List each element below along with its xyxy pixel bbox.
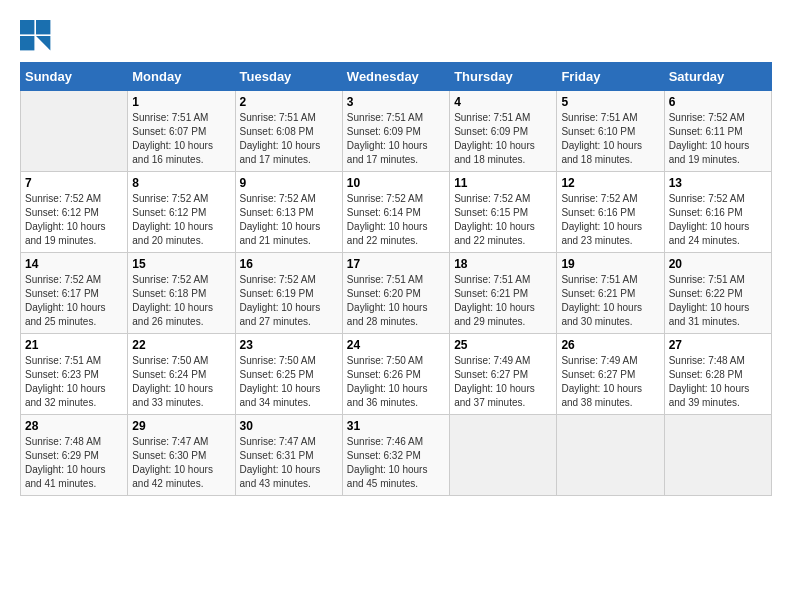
calendar-cell: 30Sunrise: 7:47 AMSunset: 6:31 PMDayligh…: [235, 415, 342, 496]
calendar-cell: 3Sunrise: 7:51 AMSunset: 6:09 PMDaylight…: [342, 91, 449, 172]
weekday-header: Tuesday: [235, 63, 342, 91]
calendar-cell: 7Sunrise: 7:52 AMSunset: 6:12 PMDaylight…: [21, 172, 128, 253]
page-header: [20, 20, 772, 52]
day-number: 3: [347, 95, 445, 109]
day-number: 19: [561, 257, 659, 271]
svg-rect-1: [36, 20, 50, 34]
calendar-cell: 19Sunrise: 7:51 AMSunset: 6:21 PMDayligh…: [557, 253, 664, 334]
calendar-cell: 14Sunrise: 7:52 AMSunset: 6:17 PMDayligh…: [21, 253, 128, 334]
day-info: Sunrise: 7:47 AMSunset: 6:30 PMDaylight:…: [132, 435, 230, 491]
weekday-header: Friday: [557, 63, 664, 91]
day-info: Sunrise: 7:52 AMSunset: 6:15 PMDaylight:…: [454, 192, 552, 248]
day-info: Sunrise: 7:49 AMSunset: 6:27 PMDaylight:…: [561, 354, 659, 410]
day-info: Sunrise: 7:50 AMSunset: 6:24 PMDaylight:…: [132, 354, 230, 410]
weekday-header: Wednesday: [342, 63, 449, 91]
day-info: Sunrise: 7:52 AMSunset: 6:11 PMDaylight:…: [669, 111, 767, 167]
day-number: 25: [454, 338, 552, 352]
calendar-cell: 29Sunrise: 7:47 AMSunset: 6:30 PMDayligh…: [128, 415, 235, 496]
day-number: 10: [347, 176, 445, 190]
calendar-cell: 4Sunrise: 7:51 AMSunset: 6:09 PMDaylight…: [450, 91, 557, 172]
calendar-table: SundayMondayTuesdayWednesdayThursdayFrid…: [20, 62, 772, 496]
day-number: 20: [669, 257, 767, 271]
calendar-cell: 26Sunrise: 7:49 AMSunset: 6:27 PMDayligh…: [557, 334, 664, 415]
day-number: 23: [240, 338, 338, 352]
day-info: Sunrise: 7:52 AMSunset: 6:12 PMDaylight:…: [25, 192, 123, 248]
day-info: Sunrise: 7:52 AMSunset: 6:14 PMDaylight:…: [347, 192, 445, 248]
calendar-cell: 12Sunrise: 7:52 AMSunset: 6:16 PMDayligh…: [557, 172, 664, 253]
calendar-cell: 1Sunrise: 7:51 AMSunset: 6:07 PMDaylight…: [128, 91, 235, 172]
day-info: Sunrise: 7:50 AMSunset: 6:26 PMDaylight:…: [347, 354, 445, 410]
day-info: Sunrise: 7:51 AMSunset: 6:21 PMDaylight:…: [454, 273, 552, 329]
calendar-cell: 21Sunrise: 7:51 AMSunset: 6:23 PMDayligh…: [21, 334, 128, 415]
day-number: 15: [132, 257, 230, 271]
day-info: Sunrise: 7:52 AMSunset: 6:16 PMDaylight:…: [561, 192, 659, 248]
day-number: 16: [240, 257, 338, 271]
day-number: 9: [240, 176, 338, 190]
day-info: Sunrise: 7:52 AMSunset: 6:18 PMDaylight:…: [132, 273, 230, 329]
day-number: 6: [669, 95, 767, 109]
calendar-cell: 17Sunrise: 7:51 AMSunset: 6:20 PMDayligh…: [342, 253, 449, 334]
calendar-cell: 25Sunrise: 7:49 AMSunset: 6:27 PMDayligh…: [450, 334, 557, 415]
day-number: 4: [454, 95, 552, 109]
day-number: 29: [132, 419, 230, 433]
day-number: 11: [454, 176, 552, 190]
day-info: Sunrise: 7:51 AMSunset: 6:08 PMDaylight:…: [240, 111, 338, 167]
calendar-cell: 8Sunrise: 7:52 AMSunset: 6:12 PMDaylight…: [128, 172, 235, 253]
day-info: Sunrise: 7:47 AMSunset: 6:31 PMDaylight:…: [240, 435, 338, 491]
calendar-cell: 18Sunrise: 7:51 AMSunset: 6:21 PMDayligh…: [450, 253, 557, 334]
day-info: Sunrise: 7:46 AMSunset: 6:32 PMDaylight:…: [347, 435, 445, 491]
calendar-week-row: 14Sunrise: 7:52 AMSunset: 6:17 PMDayligh…: [21, 253, 772, 334]
calendar-cell: 5Sunrise: 7:51 AMSunset: 6:10 PMDaylight…: [557, 91, 664, 172]
calendar-cell: 6Sunrise: 7:52 AMSunset: 6:11 PMDaylight…: [664, 91, 771, 172]
logo-icon: [20, 20, 52, 52]
day-info: Sunrise: 7:51 AMSunset: 6:09 PMDaylight:…: [454, 111, 552, 167]
weekday-header-row: SundayMondayTuesdayWednesdayThursdayFrid…: [21, 63, 772, 91]
calendar-cell: [664, 415, 771, 496]
day-number: 5: [561, 95, 659, 109]
weekday-header: Sunday: [21, 63, 128, 91]
day-number: 22: [132, 338, 230, 352]
weekday-header: Thursday: [450, 63, 557, 91]
day-info: Sunrise: 7:51 AMSunset: 6:23 PMDaylight:…: [25, 354, 123, 410]
day-number: 7: [25, 176, 123, 190]
calendar-cell: 2Sunrise: 7:51 AMSunset: 6:08 PMDaylight…: [235, 91, 342, 172]
calendar-cell: 28Sunrise: 7:48 AMSunset: 6:29 PMDayligh…: [21, 415, 128, 496]
day-info: Sunrise: 7:51 AMSunset: 6:09 PMDaylight:…: [347, 111, 445, 167]
day-number: 21: [25, 338, 123, 352]
day-info: Sunrise: 7:48 AMSunset: 6:28 PMDaylight:…: [669, 354, 767, 410]
calendar-cell: 23Sunrise: 7:50 AMSunset: 6:25 PMDayligh…: [235, 334, 342, 415]
calendar-cell: [21, 91, 128, 172]
calendar-cell: 22Sunrise: 7:50 AMSunset: 6:24 PMDayligh…: [128, 334, 235, 415]
calendar-cell: 9Sunrise: 7:52 AMSunset: 6:13 PMDaylight…: [235, 172, 342, 253]
day-info: Sunrise: 7:51 AMSunset: 6:20 PMDaylight:…: [347, 273, 445, 329]
day-number: 1: [132, 95, 230, 109]
calendar-cell: 27Sunrise: 7:48 AMSunset: 6:28 PMDayligh…: [664, 334, 771, 415]
day-number: 24: [347, 338, 445, 352]
calendar-cell: 13Sunrise: 7:52 AMSunset: 6:16 PMDayligh…: [664, 172, 771, 253]
svg-rect-2: [20, 36, 34, 50]
svg-marker-3: [36, 36, 50, 50]
weekday-header: Monday: [128, 63, 235, 91]
day-info: Sunrise: 7:52 AMSunset: 6:16 PMDaylight:…: [669, 192, 767, 248]
logo: [20, 20, 56, 52]
calendar-week-row: 28Sunrise: 7:48 AMSunset: 6:29 PMDayligh…: [21, 415, 772, 496]
calendar-cell: 11Sunrise: 7:52 AMSunset: 6:15 PMDayligh…: [450, 172, 557, 253]
calendar-week-row: 1Sunrise: 7:51 AMSunset: 6:07 PMDaylight…: [21, 91, 772, 172]
calendar-cell: [450, 415, 557, 496]
day-number: 2: [240, 95, 338, 109]
weekday-header: Saturday: [664, 63, 771, 91]
day-number: 28: [25, 419, 123, 433]
day-info: Sunrise: 7:52 AMSunset: 6:12 PMDaylight:…: [132, 192, 230, 248]
day-info: Sunrise: 7:48 AMSunset: 6:29 PMDaylight:…: [25, 435, 123, 491]
day-info: Sunrise: 7:51 AMSunset: 6:07 PMDaylight:…: [132, 111, 230, 167]
day-info: Sunrise: 7:51 AMSunset: 6:22 PMDaylight:…: [669, 273, 767, 329]
calendar-cell: 31Sunrise: 7:46 AMSunset: 6:32 PMDayligh…: [342, 415, 449, 496]
calendar-cell: 15Sunrise: 7:52 AMSunset: 6:18 PMDayligh…: [128, 253, 235, 334]
day-info: Sunrise: 7:50 AMSunset: 6:25 PMDaylight:…: [240, 354, 338, 410]
day-number: 30: [240, 419, 338, 433]
day-number: 26: [561, 338, 659, 352]
calendar-week-row: 21Sunrise: 7:51 AMSunset: 6:23 PMDayligh…: [21, 334, 772, 415]
day-number: 17: [347, 257, 445, 271]
calendar-cell: 10Sunrise: 7:52 AMSunset: 6:14 PMDayligh…: [342, 172, 449, 253]
day-info: Sunrise: 7:51 AMSunset: 6:10 PMDaylight:…: [561, 111, 659, 167]
